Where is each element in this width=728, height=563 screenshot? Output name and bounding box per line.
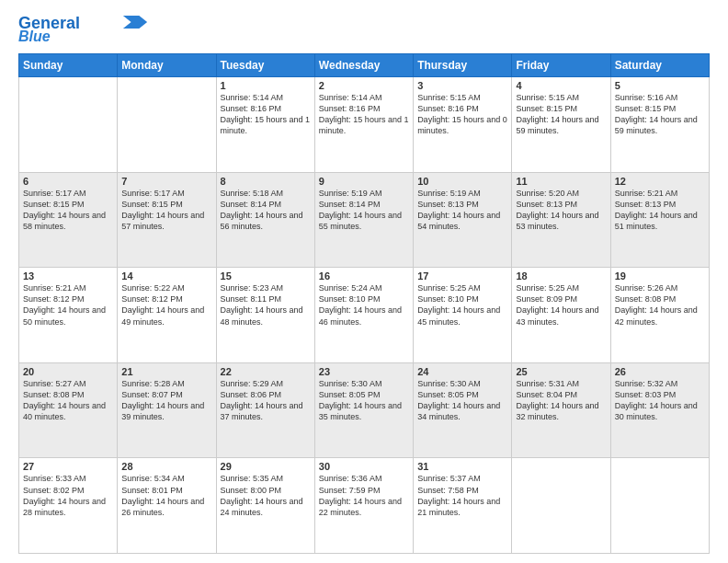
calendar-cell: 3 Sunrise: 5:15 AMSunset: 8:16 PMDayligh… xyxy=(414,77,512,173)
header: General Blue xyxy=(18,15,710,44)
day-number: 15 xyxy=(221,270,311,282)
day-info: Sunrise: 5:34 AMSunset: 8:01 PMDaylight:… xyxy=(121,473,211,518)
day-info: Sunrise: 5:14 AMSunset: 8:16 PMDaylight:… xyxy=(221,92,311,137)
day-number: 14 xyxy=(121,270,211,282)
day-number: 11 xyxy=(516,176,606,187)
weekday-header-tuesday: Tuesday xyxy=(216,54,314,77)
calendar-cell: 18 Sunrise: 5:25 AMSunset: 8:09 PMDaylig… xyxy=(512,268,610,363)
day-number: 22 xyxy=(221,366,311,377)
page: General Blue SundayMondayTuesdayWednesda… xyxy=(0,0,728,563)
day-info: Sunrise: 5:28 AMSunset: 8:07 PMDaylight:… xyxy=(121,378,211,423)
calendar-week-1: 1 Sunrise: 5:14 AMSunset: 8:16 PMDayligh… xyxy=(19,77,710,173)
calendar-cell: 16 Sunrise: 5:24 AMSunset: 8:10 PMDaylig… xyxy=(314,268,413,363)
calendar-week-2: 6 Sunrise: 5:17 AMSunset: 8:15 PMDayligh… xyxy=(19,172,710,268)
day-info: Sunrise: 5:30 AMSunset: 8:05 PMDaylight:… xyxy=(417,378,507,423)
day-info: Sunrise: 5:30 AMSunset: 8:05 PMDaylight:… xyxy=(319,378,409,423)
calendar-cell: 9 Sunrise: 5:19 AMSunset: 8:14 PMDayligh… xyxy=(314,172,413,268)
weekday-header-monday: Monday xyxy=(118,54,216,77)
weekday-header-friday: Friday xyxy=(512,54,610,77)
day-number: 5 xyxy=(615,80,705,91)
calendar-cell: 20 Sunrise: 5:27 AMSunset: 8:08 PMDaylig… xyxy=(19,362,118,458)
day-number: 28 xyxy=(121,461,211,472)
calendar-cell: 19 Sunrise: 5:26 AMSunset: 8:08 PMDaylig… xyxy=(610,268,709,363)
calendar-cell: 6 Sunrise: 5:17 AMSunset: 8:15 PMDayligh… xyxy=(19,172,118,268)
calendar-cell: 23 Sunrise: 5:30 AMSunset: 8:05 PMDaylig… xyxy=(314,362,413,458)
day-number: 18 xyxy=(516,270,606,282)
calendar-cell xyxy=(610,458,709,554)
calendar-cell: 5 Sunrise: 5:16 AMSunset: 8:15 PMDayligh… xyxy=(610,77,709,173)
day-number: 17 xyxy=(417,270,507,282)
calendar-cell: 26 Sunrise: 5:32 AMSunset: 8:03 PMDaylig… xyxy=(610,362,709,458)
logo-blue-text: Blue xyxy=(18,29,51,44)
logo-icon xyxy=(122,16,148,29)
day-info: Sunrise: 5:32 AMSunset: 8:03 PMDaylight:… xyxy=(615,378,705,423)
day-info: Sunrise: 5:25 AMSunset: 8:09 PMDaylight:… xyxy=(516,282,606,327)
day-number: 1 xyxy=(221,80,311,91)
logo: General Blue xyxy=(18,15,148,44)
day-number: 4 xyxy=(516,80,606,91)
calendar-week-4: 20 Sunrise: 5:27 AMSunset: 8:08 PMDaylig… xyxy=(19,362,710,458)
calendar-cell: 14 Sunrise: 5:22 AMSunset: 8:12 PMDaylig… xyxy=(118,268,216,363)
day-info: Sunrise: 5:16 AMSunset: 8:15 PMDaylight:… xyxy=(615,92,705,137)
day-info: Sunrise: 5:21 AMSunset: 8:13 PMDaylight:… xyxy=(615,188,705,233)
calendar-cell xyxy=(118,77,216,173)
weekday-header-row: SundayMondayTuesdayWednesdayThursdayFrid… xyxy=(19,54,710,77)
day-number: 8 xyxy=(221,176,311,187)
day-number: 30 xyxy=(319,461,409,472)
calendar-table: SundayMondayTuesdayWednesdayThursdayFrid… xyxy=(18,53,710,554)
calendar-cell: 17 Sunrise: 5:25 AMSunset: 8:10 PMDaylig… xyxy=(414,268,512,363)
day-info: Sunrise: 5:27 AMSunset: 8:08 PMDaylight:… xyxy=(23,378,113,423)
day-info: Sunrise: 5:36 AMSunset: 7:59 PMDaylight:… xyxy=(319,473,409,518)
day-info: Sunrise: 5:37 AMSunset: 7:58 PMDaylight:… xyxy=(417,473,507,518)
day-number: 26 xyxy=(615,366,705,377)
calendar-week-3: 13 Sunrise: 5:21 AMSunset: 8:12 PMDaylig… xyxy=(19,268,710,363)
day-info: Sunrise: 5:17 AMSunset: 8:15 PMDaylight:… xyxy=(121,188,211,233)
day-number: 20 xyxy=(23,366,113,377)
calendar-cell: 21 Sunrise: 5:28 AMSunset: 8:07 PMDaylig… xyxy=(118,362,216,458)
calendar-cell: 30 Sunrise: 5:36 AMSunset: 7:59 PMDaylig… xyxy=(314,458,413,554)
day-info: Sunrise: 5:25 AMSunset: 8:10 PMDaylight:… xyxy=(417,282,507,327)
calendar-cell: 24 Sunrise: 5:30 AMSunset: 8:05 PMDaylig… xyxy=(414,362,512,458)
calendar-cell: 15 Sunrise: 5:23 AMSunset: 8:11 PMDaylig… xyxy=(216,268,314,363)
day-info: Sunrise: 5:35 AMSunset: 8:00 PMDaylight:… xyxy=(221,473,311,518)
weekday-header-saturday: Saturday xyxy=(610,54,709,77)
day-number: 24 xyxy=(417,366,507,377)
calendar-cell: 8 Sunrise: 5:18 AMSunset: 8:14 PMDayligh… xyxy=(216,172,314,268)
day-info: Sunrise: 5:17 AMSunset: 8:15 PMDaylight:… xyxy=(23,188,113,233)
day-info: Sunrise: 5:18 AMSunset: 8:14 PMDaylight:… xyxy=(221,188,311,233)
day-number: 19 xyxy=(615,270,705,282)
day-info: Sunrise: 5:33 AMSunset: 8:02 PMDaylight:… xyxy=(23,473,113,518)
day-number: 16 xyxy=(319,270,409,282)
day-number: 7 xyxy=(121,176,211,187)
day-info: Sunrise: 5:22 AMSunset: 8:12 PMDaylight:… xyxy=(121,282,211,327)
day-number: 3 xyxy=(417,80,507,91)
calendar-cell: 28 Sunrise: 5:34 AMSunset: 8:01 PMDaylig… xyxy=(118,458,216,554)
calendar-cell: 25 Sunrise: 5:31 AMSunset: 8:04 PMDaylig… xyxy=(512,362,610,458)
day-number: 25 xyxy=(516,366,606,377)
day-info: Sunrise: 5:29 AMSunset: 8:06 PMDaylight:… xyxy=(221,378,311,423)
day-number: 9 xyxy=(319,176,409,187)
day-number: 12 xyxy=(615,176,705,187)
day-number: 27 xyxy=(23,461,113,472)
day-info: Sunrise: 5:24 AMSunset: 8:10 PMDaylight:… xyxy=(319,282,409,327)
day-number: 29 xyxy=(221,461,311,472)
day-info: Sunrise: 5:31 AMSunset: 8:04 PMDaylight:… xyxy=(516,378,606,423)
weekday-header-thursday: Thursday xyxy=(414,54,512,77)
calendar-cell: 31 Sunrise: 5:37 AMSunset: 7:58 PMDaylig… xyxy=(414,458,512,554)
calendar-cell: 29 Sunrise: 5:35 AMSunset: 8:00 PMDaylig… xyxy=(216,458,314,554)
day-info: Sunrise: 5:20 AMSunset: 8:13 PMDaylight:… xyxy=(516,188,606,233)
day-number: 23 xyxy=(319,366,409,377)
day-info: Sunrise: 5:23 AMSunset: 8:11 PMDaylight:… xyxy=(221,282,311,327)
svg-marker-0 xyxy=(123,16,147,29)
calendar-cell: 4 Sunrise: 5:15 AMSunset: 8:15 PMDayligh… xyxy=(512,77,610,173)
calendar-cell: 22 Sunrise: 5:29 AMSunset: 8:06 PMDaylig… xyxy=(216,362,314,458)
calendar-cell: 1 Sunrise: 5:14 AMSunset: 8:16 PMDayligh… xyxy=(216,77,314,173)
day-info: Sunrise: 5:15 AMSunset: 8:15 PMDaylight:… xyxy=(516,92,606,137)
day-info: Sunrise: 5:19 AMSunset: 8:13 PMDaylight:… xyxy=(417,188,507,233)
weekday-header-sunday: Sunday xyxy=(19,54,118,77)
day-info: Sunrise: 5:26 AMSunset: 8:08 PMDaylight:… xyxy=(615,282,705,327)
calendar-cell: 7 Sunrise: 5:17 AMSunset: 8:15 PMDayligh… xyxy=(118,172,216,268)
weekday-header-wednesday: Wednesday xyxy=(314,54,413,77)
day-info: Sunrise: 5:21 AMSunset: 8:12 PMDaylight:… xyxy=(23,282,113,327)
calendar-cell: 27 Sunrise: 5:33 AMSunset: 8:02 PMDaylig… xyxy=(19,458,118,554)
